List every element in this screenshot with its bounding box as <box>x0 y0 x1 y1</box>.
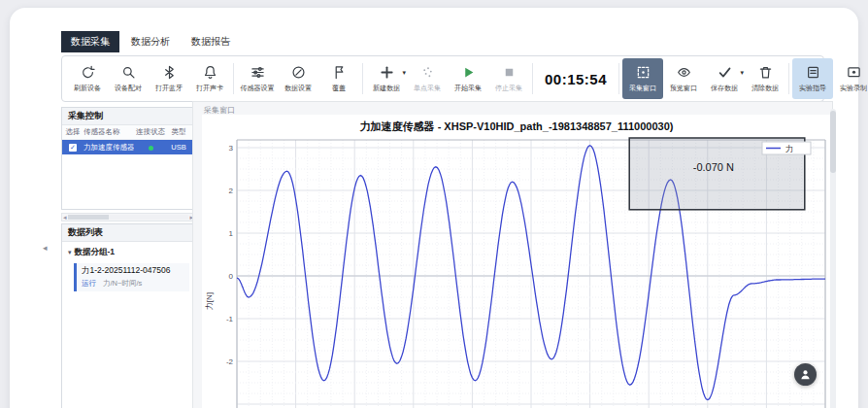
toolbar-separator <box>362 63 363 94</box>
scrollbar-thumb[interactable] <box>68 215 109 220</box>
toolbar-separator <box>788 63 789 94</box>
toolbar: 刷新设备设备配对打开蓝牙打开声卡传感器设置数据设置覆盖▾新建数据单点采集开始采集… <box>61 55 824 102</box>
tree-expand-icon[interactable]: ▾ <box>68 249 72 256</box>
data-item-name: 力1-2-20251112-047506 <box>82 265 184 277</box>
collect-control-title: 采集控制 <box>62 108 194 125</box>
y-tick-label: -2 <box>226 357 234 366</box>
capture-timer: 00:15:54 <box>536 71 616 87</box>
overwrite-label: 覆盖 <box>332 83 346 92</box>
stop-capture-button[interactable]: 停止采集 <box>488 58 529 99</box>
sensor-settings-button[interactable]: 传感器设置 <box>237 58 278 99</box>
start-capture-label: 开始采集 <box>454 83 482 92</box>
start-capture-icon <box>461 65 476 80</box>
data-settings-icon <box>291 65 306 80</box>
sensor-name: 力加速度传感器 <box>83 143 134 153</box>
experiment-guide-icon <box>806 65 820 80</box>
vertical-scrollbar-thumb[interactable] <box>830 111 836 173</box>
y-tick-label: 3 <box>229 144 234 153</box>
y-tick-label: 1 <box>229 229 234 238</box>
open-bluetooth-icon <box>162 65 177 80</box>
col-sensor-name: 传感器名称 <box>83 127 134 137</box>
start-capture-button[interactable]: 开始采集 <box>448 58 488 99</box>
tab-data-acquisition[interactable]: 数据采集 <box>61 31 119 52</box>
person-icon <box>799 368 812 381</box>
vertical-scrollbar[interactable] <box>830 109 836 408</box>
preview-window-label: 预览窗口 <box>670 83 697 92</box>
waveform-chart[interactable]: -0.070 N力3210-1-2力[N] <box>202 136 831 408</box>
panel-collapse-icon[interactable]: ◂ <box>43 243 48 253</box>
scrollbar-track[interactable] <box>68 215 189 220</box>
status-dot <box>149 146 153 151</box>
sensor-settings-label: 传感器设置 <box>240 83 274 92</box>
clear-data-label: 清除数据 <box>751 83 779 92</box>
stop-capture-label: 停止采集 <box>495 83 522 92</box>
open-soundcard-icon <box>203 65 217 80</box>
refresh-devices-icon <box>81 65 95 80</box>
floating-assistant-button[interactable] <box>794 363 817 386</box>
data-group-node[interactable]: ▾ 数据分组-1 <box>62 242 194 261</box>
sensor-table-header: 选择 传感器名称 连接状态 类型 <box>62 125 194 140</box>
y-tick-label: -1 <box>226 315 234 323</box>
experiment-guide-label: 实验指导 <box>799 83 826 92</box>
dropdown-caret-icon: ▾ <box>402 69 406 77</box>
y-tick-label: 2 <box>229 187 234 195</box>
single-point-capture-label: 单点采集 <box>414 83 441 92</box>
toolbar-separator <box>618 63 619 94</box>
main-tab-bar: 数据采集 数据分析 数据报告 <box>61 31 240 52</box>
open-soundcard-button[interactable]: 打开声卡 <box>189 58 230 99</box>
data-item-status: 运行 <box>82 279 96 289</box>
col-select: 选择 <box>62 127 83 137</box>
preview-window-icon <box>677 65 691 80</box>
collect-control-panel: 采集控制 选择 传感器名称 连接状态 类型 ✓ 力加速度传感器 USB <box>61 107 195 210</box>
tab-data-analysis[interactable]: 数据分析 <box>121 31 180 52</box>
overwrite-icon <box>332 65 347 80</box>
open-soundcard-label: 打开声卡 <box>196 83 223 92</box>
data-list-panel: 数据列表 ▾ 数据分组-1 力1-2-20251112-047506 运行 力/… <box>61 223 195 408</box>
dropdown-caret-icon: ▾ <box>741 69 745 77</box>
sensor-checkbox[interactable]: ✓ <box>69 144 77 152</box>
open-bluetooth-button[interactable]: 打开蓝牙 <box>149 58 189 99</box>
col-type: 类型 <box>167 127 190 137</box>
save-data-label: 保存数据 <box>711 83 738 92</box>
data-group-label: 数据分组-1 <box>75 247 116 258</box>
legend-label: 力 <box>785 144 794 153</box>
toolbar-separator <box>532 63 533 94</box>
open-bluetooth-label: 打开蓝牙 <box>155 83 183 92</box>
chart-title: 力加速度传感器 - XHSP-V10HID_path_-1981348857_1… <box>202 115 831 136</box>
y-axis-label: 力[N] <box>205 292 214 310</box>
refresh-devices-button[interactable]: 刷新设备 <box>67 58 108 99</box>
save-data-button[interactable]: ▾保存数据 <box>704 58 745 99</box>
preview-window-button[interactable]: 预览窗口 <box>663 58 704 99</box>
pair-device-label: 设备配对 <box>115 83 142 92</box>
sensor-type: USB <box>167 143 190 152</box>
clear-data-icon <box>758 65 773 80</box>
capture-window-button[interactable]: 采集窗口 <box>622 58 663 99</box>
new-data-icon <box>380 65 394 80</box>
new-data-button[interactable]: ▾新建数据 <box>366 58 407 99</box>
data-list-item[interactable]: 力1-2-20251112-047506 运行 力/N~时间/s <box>74 263 189 291</box>
horizontal-scrollbar[interactable]: ◂ ▸ <box>61 213 195 221</box>
pair-device-icon <box>121 65 136 80</box>
experiment-guide-button[interactable]: 实验指导 <box>792 58 833 99</box>
stop-capture-icon <box>502 65 517 80</box>
sensor-table-row[interactable]: ✓ 力加速度传感器 USB <box>62 140 194 154</box>
single-point-capture-button[interactable]: 单点采集 <box>407 58 448 99</box>
col-connection-status: 连接状态 <box>134 127 167 137</box>
pair-device-button[interactable]: 设备配对 <box>108 58 149 99</box>
new-data-label: 新建数据 <box>373 83 400 92</box>
data-settings-label: 数据设置 <box>284 83 312 92</box>
chart-card: 力加速度传感器 - XHSP-V10HID_path_-1981348857_1… <box>202 115 831 408</box>
data-list-title: 数据列表 <box>62 224 194 242</box>
toolbar-separator <box>233 63 234 94</box>
clear-data-button[interactable]: 清除数据 <box>745 58 785 99</box>
data-item-detail: 力/N~时间/s <box>103 279 142 289</box>
single-point-capture-icon <box>420 65 435 80</box>
check-icon: ✓ <box>70 144 76 151</box>
capture-window-label: 采集窗口 <box>629 83 656 92</box>
tab-data-report[interactable]: 数据报告 <box>182 31 240 52</box>
overwrite-button[interactable]: 覆盖 <box>318 58 359 99</box>
toolbar-group: 实验指导实验录制公式计算 <box>792 57 868 100</box>
experiment-record-button[interactable]: 实验录制 <box>833 58 868 99</box>
data-settings-button[interactable]: 数据设置 <box>278 58 318 99</box>
y-tick-label: 0 <box>229 272 234 281</box>
